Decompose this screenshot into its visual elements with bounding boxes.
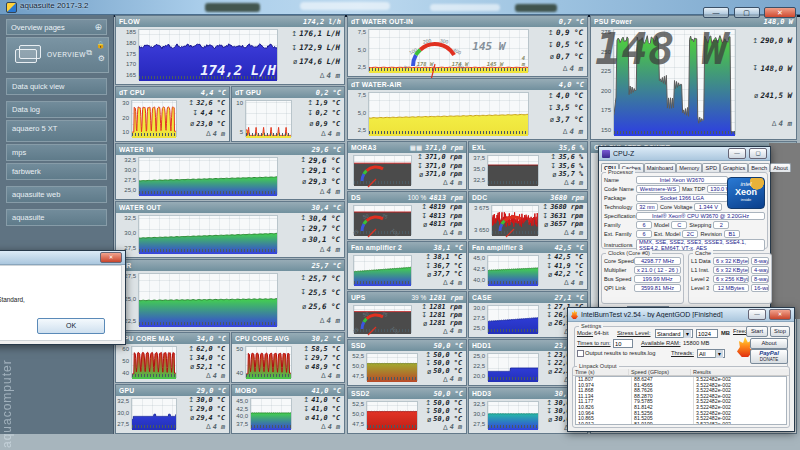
stats-block: ↥32,6 °C↧4,4 °Cø23,0 °CΔ4 m	[178, 98, 228, 139]
stat-max-value: 58,5 °C	[311, 345, 340, 353]
field-label: Package	[604, 195, 634, 201]
max-icon: ↥	[308, 99, 314, 107]
dialog-titlebar[interactable]: ✕	[0, 251, 125, 265]
y-tick-label: 25,0	[470, 325, 485, 331]
plot-area	[138, 273, 278, 326]
max-icon: ↥	[188, 99, 194, 107]
tab-mainboard[interactable]: Mainboard	[644, 163, 676, 172]
panel-body: 52,550,047,5↥50,0 °C↧50,0 °Cø50,0 °CΔ4 m	[348, 399, 466, 433]
panel-body: 5040↥58,5 °C↧29,7 °Cø48,9 °CΔ4 m	[232, 344, 344, 382]
stat-span-value: 4 m	[450, 423, 462, 431]
tab-bench[interactable]: Bench	[748, 163, 770, 172]
col-time: Time (s)	[573, 369, 629, 375]
y-tick-label: 7,5	[349, 29, 366, 35]
sidebar-section-header[interactable]: Overview pages ⊕	[6, 19, 107, 35]
linpack-results-list[interactable]: 11.80788.62473.522482e-00210.97481.45653…	[575, 376, 787, 425]
panel-current-value: 50,0 °C	[433, 342, 463, 350]
window-title: aquasuite 2017-3.2	[20, 1, 89, 10]
cpuz-minimize-button[interactable]: —	[728, 148, 746, 159]
times-input[interactable]: 10	[613, 339, 633, 348]
overlay-stat: 145 W	[487, 61, 504, 67]
plot-area	[245, 100, 292, 137]
tab-graphics[interactable]: Graphics	[720, 163, 748, 172]
y-tick-label: 250	[592, 49, 611, 55]
stat-avg-value: 37,7 °C	[433, 270, 462, 278]
panel-body: 32,530,027,525,0↥29,6 °C↧29,1 °Cø29,3 °C…	[116, 155, 344, 199]
threads-select[interactable]: All▾	[697, 349, 725, 358]
stat-avg-value: 29,3 °C	[308, 177, 340, 186]
ibt-titlebar[interactable]: IntelBurnTest v2.54 - by AgentGOD [Finis…	[568, 308, 794, 322]
stat-avg: ø3657 rpm	[540, 220, 586, 229]
about-button[interactable]: About	[750, 338, 788, 349]
plot-area	[487, 255, 539, 285]
y-tick-label: 32,5	[117, 398, 129, 404]
stat-span: Δ4 m	[293, 129, 343, 139]
stat-avg: ø50,0 °C	[419, 367, 465, 375]
gauge-icon	[356, 157, 402, 183]
stat-max: ↥30,4 °C	[279, 213, 343, 224]
ok-button[interactable]: OK	[37, 318, 105, 334]
x-axis	[132, 425, 176, 428]
qpi-link-value: 3599.81 MHz	[634, 284, 681, 292]
copy-icon[interactable]: ⧉	[86, 48, 92, 58]
stat-max-value: 371,0 rpm	[425, 153, 462, 161]
avg-icon: ø	[309, 120, 313, 127]
minimize-button[interactable]: —	[703, 7, 729, 18]
overlay-stat: 174 W	[452, 61, 469, 67]
x-axis	[139, 249, 277, 252]
stat-max: ↥176,1 L/H	[279, 27, 343, 41]
stat-span-value: 4 m	[571, 229, 583, 237]
close-button[interactable]: ✕	[764, 7, 796, 18]
tab-spd[interactable]: SPD	[702, 163, 720, 172]
tab-memory[interactable]: Memory	[676, 163, 702, 172]
stat-min: ↧0,2 °C	[293, 108, 343, 118]
sidebar-item-data-log[interactable]: Data log	[6, 101, 107, 118]
stop-button[interactable]: Stop	[770, 326, 790, 337]
memory-size-input[interactable]: 1024	[696, 329, 718, 338]
stat-min-value: 41,9 °C	[554, 262, 583, 270]
lock-icon[interactable]: 🔒	[96, 41, 105, 49]
panel-ups: UPS39 %1281 rpm255075100↥1281 rpm↧1281 r…	[347, 291, 467, 338]
specification-value: Intel® Xeon® CPU W3670 @ 3.20GHz	[636, 212, 765, 220]
ram-value: 15800 MB	[683, 340, 709, 346]
stats-block: ↥38,1 °C↧36,7 °Cø37,7 °CΔ4 m	[413, 253, 465, 287]
avg-icon: ø	[293, 58, 297, 65]
aquasuite-app-icon	[6, 2, 17, 13]
chart-area	[139, 30, 277, 81]
col-speed: Speed (GFlops)	[629, 369, 691, 375]
panel-header: MOBO41,0 °C	[232, 385, 344, 396]
stat-span-value: 4 m	[571, 279, 583, 287]
l1-data-value: 6 x 32 KBytes	[713, 257, 749, 265]
start-button[interactable]: Start	[746, 326, 768, 337]
sidebar-item-aquasuite[interactable]: aquasuite	[6, 209, 107, 226]
max-icon: ↥	[291, 30, 297, 38]
sidebar-item-mps[interactable]: mps	[6, 144, 107, 161]
sidebar-item-data-quick-view[interactable]: Data quick view	[6, 78, 107, 95]
sidebar-item-overview[interactable]: OVERVIEW ⧉ 🔒 ⚙	[6, 37, 109, 73]
cpuz-maximize-button[interactable]: ▢	[749, 148, 767, 159]
dialog-close-button[interactable]: ✕	[100, 252, 122, 263]
cpuz-titlebar[interactable]: CPU-Z — ▢	[599, 147, 770, 161]
threads-label: Threads:	[671, 350, 694, 356]
sidebar-item-farbwerk[interactable]: farbwerk	[6, 163, 107, 180]
sidebar-item-aquasuite-web[interactable]: aquasuite web	[6, 186, 107, 203]
tab-about[interactable]: About	[770, 163, 791, 172]
panel-current-value: 34,0 °C	[196, 335, 226, 343]
y-tick-label: 5,0	[349, 47, 366, 53]
stat-max: ↥3680 rpm	[540, 203, 586, 212]
ibt-close-button[interactable]: ✕	[769, 309, 791, 320]
panel-body: 302010↥32,6 °C↧4,4 °Cø23,0 °CΔ4 m	[116, 98, 229, 141]
panel-body: 105↥1,9 °C↧0,2 °Cø0,9 °CΔ4 m	[232, 98, 344, 141]
add-page-icon[interactable]: ⊕	[94, 20, 102, 34]
stat-max: ↥1,9 °C	[293, 98, 343, 108]
sidebar-item-aquaero-5-xt[interactable]: aquaero 5 XT	[6, 120, 107, 142]
stat-min: ↧25,5 °C	[279, 285, 343, 299]
donate-button[interactable]: PayPal DONATE	[750, 349, 788, 364]
gear-icon[interactable]: ⚙	[98, 54, 105, 63]
maximize-button[interactable]: ▢	[734, 7, 760, 18]
panel-title: MOBO	[235, 387, 308, 394]
stress-level-select[interactable]: Standard▾	[655, 329, 693, 338]
field-label: QPI Link	[604, 285, 632, 291]
ibt-minimize-button[interactable]: —	[748, 309, 766, 320]
output-checkbox[interactable]	[577, 350, 584, 357]
